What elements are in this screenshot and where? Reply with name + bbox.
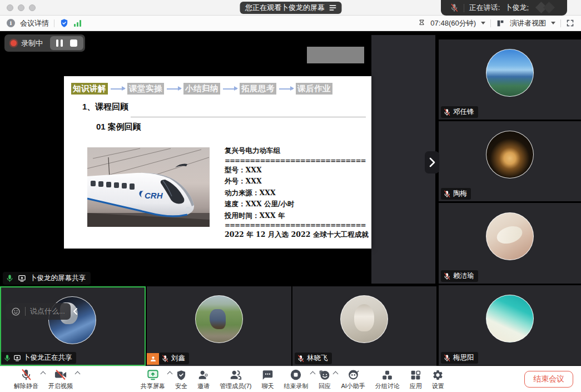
participant-tile[interactable]: 邓任锋: [439, 39, 581, 120]
spec-line: 动力来源：XXX: [225, 187, 368, 199]
end-recording-button[interactable]: 结束录制: [279, 366, 313, 392]
collapse-chat-icon[interactable]: [72, 307, 78, 317]
divider: [490, 19, 491, 27]
quick-chat-input[interactable]: 说点什么...: [6, 303, 71, 320]
close-window-button[interactable]: [7, 4, 13, 11]
invite-button[interactable]: 邀请: [192, 366, 215, 392]
participant-tile[interactable]: 刘鑫: [147, 286, 291, 366]
fullscreen-icon[interactable]: [566, 19, 574, 27]
meeting-details-button[interactable]: 会议详情: [20, 18, 49, 28]
participant-name-tag: 邓任锋: [441, 106, 478, 118]
spec-divider-line: ============================: [225, 157, 368, 165]
reaction-icon: [318, 368, 331, 381]
info-icon[interactable]: i: [7, 19, 15, 27]
zoom-window-button[interactable]: [29, 4, 36, 11]
meeting-main-area: 录制中 知识讲解 课堂实操 小结归纳 拓展思考 课后作业: [0, 31, 581, 366]
sharer-name-tag: 卜俊龙正在共享: [1, 352, 76, 364]
participant-name-tag: 陶梅: [441, 188, 471, 200]
watching-screen-pill[interactable]: 您正在观看卜俊龙的屏幕: [240, 2, 341, 14]
recording-label: 录制中: [21, 38, 43, 48]
manage-members-button[interactable]: 管理成员(7): [215, 366, 256, 392]
end-meeting-button[interactable]: 结束会议: [524, 371, 573, 388]
avatar: [486, 49, 534, 97]
shield-check-icon: [176, 368, 187, 381]
stop-recording-button[interactable]: [70, 39, 77, 47]
chat-button[interactable]: 聊天: [256, 366, 279, 392]
participant-tile[interactable]: 梅思阳: [439, 285, 581, 365]
screen-share-banner: 卜俊龙的屏幕共享: [3, 272, 91, 285]
network-signal-icon[interactable]: [74, 20, 81, 27]
svg-text:CRH: CRH: [145, 191, 163, 200]
hourglass-icon: [418, 19, 425, 27]
crh-train-image: CRH: [87, 147, 210, 227]
share-banner-label: 卜俊龙的屏幕共享: [30, 274, 86, 283]
spec-line: 速度：XXX 公里/小时: [225, 199, 368, 210]
camera-off-icon: [54, 368, 67, 381]
spec-line: 型号：XXX: [225, 165, 368, 176]
mic-muted-icon: [20, 368, 32, 381]
apps-grid-icon: [410, 368, 421, 381]
start-video-button[interactable]: 开启视频: [43, 366, 78, 392]
view-layout-icon: [496, 19, 505, 28]
participant-name: 林晓飞: [307, 354, 328, 363]
active-speaker-panel: 正在讲话: 卜俊龙;: [441, 0, 567, 16]
timer-dropdown-icon[interactable]: [481, 22, 485, 24]
divider: [560, 19, 561, 27]
flow-step: 小结归纳: [183, 83, 220, 95]
self-tile-sharing[interactable]: 说点什么... 卜俊龙正在共享: [0, 286, 146, 366]
meeting-window: 您正在观看卜俊龙的屏幕 正在讲话: 卜俊龙; i 会议详情 07:: [0, 0, 581, 392]
invite-person-icon: [197, 368, 210, 381]
view-dropdown-icon[interactable]: [551, 22, 555, 24]
participant-name: 邓任锋: [453, 107, 474, 117]
spec-line: 复兴号电力动车组: [225, 145, 368, 157]
brand-logo: [536, 2, 558, 14]
minimize-window-button[interactable]: [18, 4, 24, 11]
breakout-rooms-button[interactable]: 分组讨论: [370, 366, 405, 392]
participant-name: 卜俊龙正在共享: [23, 353, 72, 363]
shared-screen-view: 录制中 知识讲解 课堂实操 小结归纳 拓展思考 课后作业: [0, 31, 437, 286]
ai-assistant-button[interactable]: AI小助手: [336, 366, 370, 392]
pause-recording-button[interactable]: [56, 39, 63, 47]
chat-placeholder: 说点什么...: [30, 306, 65, 316]
apps-button[interactable]: 应用: [405, 366, 427, 392]
security-button[interactable]: 安全: [170, 366, 192, 392]
recording-indicator: 录制中: [4, 34, 85, 52]
participant-tile[interactable]: 陶梅: [439, 121, 581, 201]
share-options-icon[interactable]: [329, 5, 336, 11]
flow-arrow-icon: [223, 88, 237, 90]
participant-tile[interactable]: 林晓飞: [292, 286, 436, 366]
meeting-timer: 07:48(60分钟): [430, 18, 476, 28]
settings-button[interactable]: 设置: [427, 366, 449, 392]
screen-share-green-icon: [147, 368, 159, 381]
meeting-menubar: i 会议详情 07:48(60分钟) 演讲者视图: [0, 16, 581, 31]
encryption-shield-icon[interactable]: [59, 18, 69, 28]
flow-step-active: 知识讲解: [71, 83, 108, 95]
chevron-up-icon[interactable]: [75, 371, 81, 377]
spec-line: 外号：XXX: [225, 176, 368, 187]
collapse-sidebar-button[interactable]: [425, 151, 439, 173]
emoji-icon[interactable]: [11, 307, 21, 316]
speaking-name-label: 卜俊龙;: [505, 3, 529, 13]
participant-tile[interactable]: 赖洁瑜: [439, 203, 581, 284]
settings-gear-icon: [432, 368, 444, 381]
unmute-button[interactable]: 解除静音: [9, 366, 43, 392]
meeting-toolbar: 解除静音 开启视频 共享屏幕: [0, 366, 581, 392]
divider: [25, 307, 26, 316]
avatar: [486, 212, 534, 260]
view-mode-selector[interactable]: 演讲者视图: [510, 18, 546, 28]
speaking-prefix-label: 正在讲话:: [469, 3, 500, 13]
share-screen-button[interactable]: 共享屏幕: [136, 366, 170, 392]
participant-name: 陶梅: [453, 189, 467, 199]
slide-divider: [131, 117, 366, 117]
reactions-button[interactable]: 回应: [313, 366, 336, 392]
screen-share-icon: [18, 274, 26, 282]
recording-dot-icon: [11, 40, 17, 46]
lesson-flow-steps: 知识讲解 课堂实操 小结归纳 拓展思考 课后作业: [71, 83, 332, 95]
hand-raised-badge: [147, 353, 159, 365]
mic-muted-icon: [443, 272, 451, 280]
train-spec-text: 复兴号电力动车组 ============================ 型号…: [225, 145, 368, 241]
flow-step: 拓展思考: [240, 83, 276, 95]
shared-screen-camera-placeholder: [307, 47, 364, 63]
mic-muted-icon: [443, 354, 451, 362]
participant-name-tag: 赖洁瑜: [441, 270, 478, 282]
